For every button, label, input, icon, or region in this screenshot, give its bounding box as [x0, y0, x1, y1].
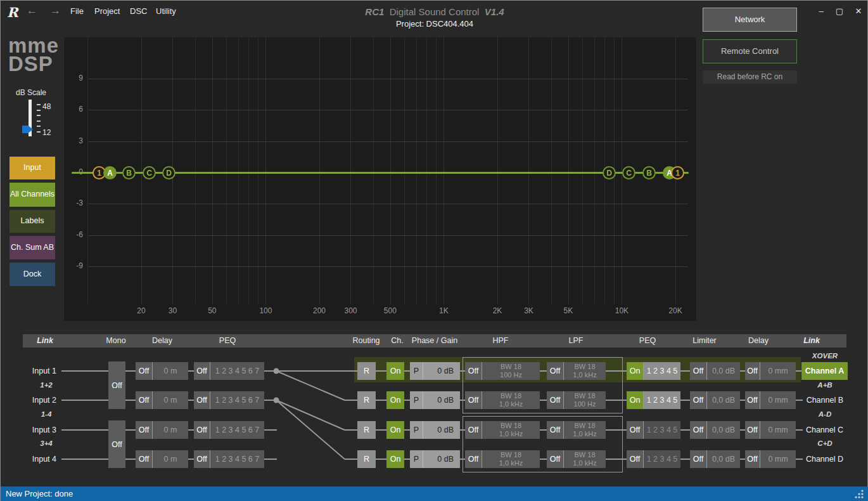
peq-out-button[interactable]: Off1 2 3 4 5 — [627, 421, 680, 439]
limiter-button-state[interactable]: Off — [690, 362, 707, 380]
delay-in-button[interactable]: Off0 m — [136, 362, 188, 380]
delay-out-button-value[interactable]: 0 mm — [760, 362, 796, 380]
peq-in-button-value[interactable]: 1 2 3 4 5 6 7 — [210, 391, 264, 409]
peq-out-button-value[interactable]: 1 2 3 4 5 — [644, 362, 680, 380]
peq-in-button[interactable]: Off1 2 3 4 5 6 7 — [194, 362, 264, 380]
delay-out-button[interactable]: Off0 mm — [745, 421, 796, 439]
lpf-button-value[interactable]: BW 181,0 kHz — [564, 450, 606, 468]
lpf-button[interactable]: OffBW 181,0 kHz — [547, 450, 606, 468]
eq-band-marker-C[interactable]: C — [143, 166, 156, 179]
delay-out-button[interactable]: Off0 mm — [745, 450, 796, 468]
peq-out-button-state[interactable]: On — [627, 362, 644, 380]
phase-gain-button[interactable]: P0 dB — [410, 362, 460, 380]
forward-arrow-icon[interactable]: → — [50, 4, 61, 17]
menu-item-utility[interactable]: Utility — [156, 6, 176, 16]
peq-out-button-value[interactable]: 1 2 3 4 5 — [644, 421, 680, 439]
peq-in-button-state[interactable]: Off — [194, 362, 210, 380]
lpf-button-state[interactable]: Off — [547, 450, 564, 468]
peq-out-button-state[interactable]: On — [627, 391, 644, 409]
back-arrow-icon[interactable]: ← — [27, 4, 37, 17]
eq-band-marker-B[interactable]: B — [642, 166, 656, 179]
limiter-button[interactable]: Off0,0 dB — [690, 421, 740, 439]
peq-in-button[interactable]: Off1 2 3 4 5 6 7 — [194, 450, 264, 468]
eq-band-marker-1[interactable]: 1 — [671, 166, 684, 179]
eq-band-marker-A[interactable]: A — [103, 166, 117, 179]
hpf-button-value[interactable]: BW 18100 Hz — [482, 362, 540, 380]
limiter-button[interactable]: Off0,0 dB — [690, 391, 740, 409]
delay-in-button-state[interactable]: Off — [136, 421, 153, 439]
lpf-button-state[interactable]: Off — [547, 421, 564, 439]
gain-value[interactable]: 0 dB — [423, 367, 460, 375]
hpf-button-state[interactable]: Off — [465, 362, 482, 380]
eq-band-marker-C[interactable]: C — [622, 166, 635, 179]
delay-out-button-state[interactable]: Off — [745, 362, 760, 380]
remote-control-button[interactable]: Remote Control — [703, 39, 797, 63]
close-button[interactable]: ✕ — [851, 5, 866, 18]
hpf-button-state[interactable]: Off — [465, 391, 482, 409]
limiter-button-state[interactable]: Off — [690, 391, 707, 409]
mono-link-button[interactable]: Off — [108, 420, 125, 468]
menu-item-dsc[interactable]: DSC — [130, 6, 147, 16]
peq-out-button-state[interactable]: Off — [627, 421, 644, 439]
peq-in-button-state[interactable]: Off — [194, 391, 210, 409]
channel-label-d[interactable]: Channel D — [801, 450, 848, 468]
lpf-button[interactable]: OffBW 181,0 kHz — [547, 421, 606, 439]
sidebar-button-ch-sum-ab[interactable]: Ch. Sum AB — [10, 236, 55, 259]
resize-grip[interactable] — [853, 488, 865, 500]
peq-out-button[interactable]: On1 2 3 4 5 — [627, 391, 680, 409]
delay-in-button[interactable]: Off0 m — [136, 391, 188, 409]
sidebar-button-all-channels[interactable]: All Channels — [10, 183, 55, 207]
delay-in-button-value[interactable]: 0 m — [153, 362, 188, 380]
delay-in-button-state[interactable]: Off — [136, 362, 153, 380]
routing-button[interactable]: R — [357, 421, 376, 439]
eq-band-marker-D[interactable]: D — [162, 166, 176, 179]
hpf-button-state[interactable]: Off — [465, 450, 482, 468]
routing-button[interactable]: R — [357, 391, 376, 409]
phase-button[interactable]: P — [410, 362, 423, 380]
menu-item-project[interactable]: Project — [94, 6, 120, 16]
menu-item-file[interactable]: File — [70, 6, 84, 16]
hpf-button[interactable]: OffBW 181,0 kHz — [465, 421, 540, 439]
peq-out-button-value[interactable]: 1 2 3 4 5 — [644, 391, 680, 409]
peq-in-button-value[interactable]: 1 2 3 4 5 6 7 — [210, 421, 264, 439]
delay-out-button-state[interactable]: Off — [745, 421, 760, 439]
lpf-button-value[interactable]: BW 18100 Hz — [564, 391, 606, 409]
limiter-button-value[interactable]: 0,0 dB — [707, 450, 740, 468]
peq-in-button-state[interactable]: Off — [194, 450, 210, 468]
delay-out-button-value[interactable]: 0 mm — [760, 421, 796, 439]
delay-in-button-value[interactable]: 0 m — [153, 391, 188, 409]
limiter-button[interactable]: Off0,0 dB — [690, 450, 740, 468]
channel-label-c[interactable]: Channel C — [801, 421, 848, 439]
channel-on-button[interactable]: On — [386, 450, 404, 468]
hpf-button[interactable]: OffBW 181,0 kHz — [465, 450, 540, 468]
peq-in-button[interactable]: Off1 2 3 4 5 6 7 — [194, 421, 264, 439]
delay-out-button-value[interactable]: 0 mm — [760, 450, 796, 468]
sidebar-button-labels[interactable]: Labels — [10, 210, 55, 233]
channel-label-a[interactable]: Channel A — [801, 362, 848, 380]
limiter-button-value[interactable]: 0,0 dB — [707, 362, 740, 380]
eq-band-marker-B[interactable]: B — [122, 166, 136, 179]
phase-button[interactable]: P — [410, 421, 423, 439]
peq-out-button[interactable]: Off1 2 3 4 5 — [627, 450, 680, 468]
hpf-button[interactable]: OffBW 181,0 kHz — [465, 391, 540, 409]
routing-button[interactable]: R — [357, 362, 376, 380]
gain-value[interactable]: 0 dB — [423, 455, 460, 464]
hpf-button-value[interactable]: BW 181,0 kHz — [482, 450, 540, 468]
peq-out-button-state[interactable]: Off — [627, 450, 644, 468]
routing-button[interactable]: R — [357, 450, 376, 468]
delay-out-button-state[interactable]: Off — [745, 450, 760, 468]
limiter-button-value[interactable]: 0,0 dB — [707, 421, 740, 439]
lpf-button[interactable]: OffBW 18100 Hz — [547, 391, 606, 409]
hpf-button[interactable]: OffBW 18100 Hz — [465, 362, 540, 380]
lpf-button-value[interactable]: BW 181,0 kHz — [564, 362, 606, 380]
sidebar-button-input[interactable]: Input — [10, 157, 55, 179]
delay-in-button-value[interactable]: 0 m — [153, 450, 188, 468]
hpf-button-state[interactable]: Off — [465, 421, 482, 439]
peq-in-button-state[interactable]: Off — [194, 421, 210, 439]
phase-gain-button[interactable]: P0 dB — [410, 391, 460, 409]
sidebar-button-dock[interactable]: Dock — [10, 263, 55, 286]
minimize-button[interactable]: – — [814, 5, 829, 18]
channel-label-b[interactable]: Channel B — [801, 391, 848, 409]
eq-band-marker-D[interactable]: D — [603, 166, 616, 179]
hpf-button-value[interactable]: BW 181,0 kHz — [482, 391, 540, 409]
